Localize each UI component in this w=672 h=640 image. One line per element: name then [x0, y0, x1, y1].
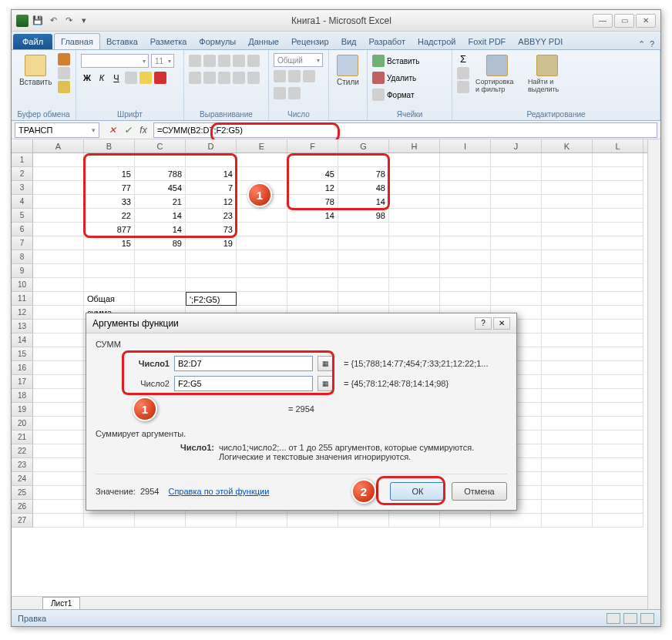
cell[interactable] [389, 167, 440, 181]
cell[interactable] [389, 278, 440, 292]
vertical-scrollbar[interactable] [647, 139, 660, 609]
cell[interactable] [542, 389, 593, 403]
paste-button[interactable]: Вставить [16, 53, 55, 88]
cancel-formula-icon[interactable]: ✕ [106, 123, 119, 137]
cell[interactable] [542, 431, 593, 444]
cancel-button[interactable]: Отмена [452, 482, 507, 501]
cell[interactable] [186, 153, 237, 167]
cell[interactable] [338, 236, 389, 250]
row-header[interactable]: 5 [12, 209, 33, 223]
cell[interactable] [491, 223, 542, 236]
cell[interactable] [440, 264, 491, 278]
cell[interactable] [542, 361, 593, 375]
row-header[interactable]: 26 [12, 500, 33, 514]
row-header[interactable]: 4 [12, 195, 33, 209]
underline-icon[interactable]: Ч [110, 72, 123, 84]
cell[interactable] [593, 486, 643, 500]
tab-addins[interactable]: Надстрой [412, 34, 462, 49]
cell[interactable] [491, 209, 542, 223]
percent-icon[interactable] [288, 70, 301, 82]
bold-icon[interactable]: Ж [81, 72, 93, 84]
cell[interactable] [593, 514, 643, 528]
cell[interactable] [287, 153, 338, 167]
tab-insert[interactable]: Вставка [100, 34, 144, 49]
col-header[interactable]: A [33, 139, 84, 152]
cell[interactable] [33, 181, 84, 195]
cell[interactable] [542, 167, 593, 181]
row-header[interactable]: 11 [12, 292, 33, 306]
view-break-icon[interactable] [640, 613, 654, 624]
col-header[interactable]: J [491, 139, 542, 152]
cell[interactable] [440, 278, 491, 292]
cell[interactable] [287, 514, 338, 528]
cell[interactable]: 21 [135, 195, 186, 209]
cell[interactable] [84, 153, 135, 167]
styles-button[interactable]: Стили [334, 53, 362, 88]
cell[interactable] [186, 278, 237, 292]
cell[interactable] [338, 223, 389, 236]
arg1-input[interactable] [174, 356, 313, 371]
font-color-icon[interactable] [154, 72, 166, 84]
ok-button[interactable]: ОК [390, 482, 445, 501]
cell[interactable] [440, 167, 491, 181]
qat-undo-icon[interactable]: ↶ [47, 15, 59, 27]
cell[interactable] [389, 292, 440, 306]
cell[interactable] [542, 500, 593, 514]
cell[interactable] [33, 153, 84, 167]
cell[interactable] [593, 236, 643, 250]
row-header[interactable]: 14 [12, 333, 33, 347]
cell[interactable] [287, 292, 338, 306]
cell[interactable]: 19 [186, 236, 237, 250]
col-header[interactable]: C [135, 139, 186, 152]
row-header[interactable]: 12 [12, 306, 33, 320]
cell[interactable] [33, 264, 84, 278]
cell[interactable] [33, 361, 84, 375]
cell[interactable] [593, 264, 643, 278]
row-header[interactable]: 1 [12, 153, 33, 167]
row-header[interactable]: 9 [12, 264, 33, 278]
orientation-icon[interactable] [233, 55, 245, 67]
cell[interactable]: 877 [84, 223, 135, 236]
cell[interactable] [33, 306, 84, 320]
border-icon[interactable] [125, 72, 137, 84]
col-header[interactable]: K [542, 139, 593, 152]
cell[interactable] [33, 320, 84, 333]
cell[interactable]: 89 [135, 236, 186, 250]
cell[interactable] [491, 195, 542, 209]
col-header[interactable]: B [84, 139, 135, 152]
tab-view[interactable]: Вид [335, 34, 363, 49]
row-header[interactable]: 27 [12, 514, 33, 528]
cell[interactable] [33, 500, 84, 514]
cell[interactable] [135, 278, 186, 292]
tab-home[interactable]: Главная [54, 33, 100, 49]
autosum-icon[interactable]: Σ [457, 53, 469, 65]
cell[interactable] [84, 514, 135, 528]
cell[interactable] [593, 320, 643, 333]
cell[interactable] [491, 167, 542, 181]
cell[interactable] [440, 195, 491, 209]
cut-icon[interactable] [58, 53, 70, 65]
dec-inc-icon[interactable] [274, 87, 286, 99]
cell[interactable] [338, 250, 389, 264]
currency-icon[interactable] [274, 70, 286, 82]
cell[interactable] [542, 236, 593, 250]
cell[interactable] [135, 514, 186, 528]
cell[interactable] [287, 236, 338, 250]
cell[interactable] [33, 333, 84, 347]
cell[interactable]: 14 [135, 209, 186, 223]
fill-color-icon[interactable] [139, 72, 152, 84]
cell[interactable]: Общая сумма [84, 292, 135, 306]
tab-developer[interactable]: Разработ [363, 34, 412, 49]
cell[interactable]: 12 [287, 181, 338, 195]
cell[interactable] [186, 514, 237, 528]
font-name-combo[interactable] [81, 54, 149, 68]
row-header[interactable]: 23 [12, 458, 33, 472]
row-header[interactable]: 21 [12, 431, 33, 444]
cell[interactable] [135, 264, 186, 278]
col-header[interactable]: I [440, 139, 491, 152]
align-left-icon[interactable] [189, 72, 201, 84]
formula-input[interactable]: =СУММ(B2:D7;F2:G5) [153, 122, 657, 138]
cell[interactable] [33, 444, 84, 458]
dialog-close-button[interactable]: ✕ [493, 317, 510, 330]
cell[interactable]: 15 [84, 167, 135, 181]
